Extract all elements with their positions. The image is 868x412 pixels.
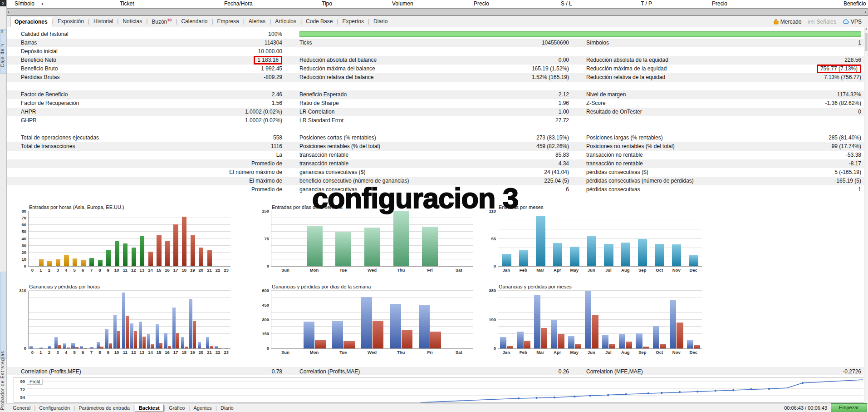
market-label: Mercado [780, 19, 802, 25]
header-col-t-p[interactable]: T / P [641, 0, 652, 7]
stat-value: 99 (17.74%) [714, 142, 861, 151]
bag-icon [774, 19, 779, 25]
tab-backtest[interactable]: Backtest [135, 404, 164, 412]
strategy-tester-caption[interactable]: Probador de Estrategias [0, 333, 6, 410]
elapsed-time: 00:06:43 / 00:06:43 [784, 405, 827, 411]
stat-value: El máximo de [152, 177, 282, 185]
tab-label: Code Base [306, 18, 333, 25]
scroll-right-icon[interactable]: › [864, 9, 866, 15]
tab-configuraci-n[interactable]: Configuración [35, 405, 74, 411]
tab-alertas[interactable]: Alertas [245, 17, 270, 26]
stat-label: Posiciones rentables (% del total) [299, 142, 472, 151]
mt5-strategy-tester-window: x Caja de h Probador de Estrategias Símb… [0, 0, 868, 412]
stat-label: Posiciones cortas (% rentables) [299, 134, 472, 142]
bar-slot [37, 291, 46, 348]
header-col-s-mbolo[interactable]: Símbolo▲ [15, 0, 44, 7]
signals-link[interactable]: ((•)) Señales [808, 19, 836, 25]
gain-bar [332, 321, 343, 348]
sort-asc-icon[interactable]: ▲ [41, 2, 44, 5]
scrollbar-thumb[interactable] [865, 33, 868, 51]
loss-bar [643, 347, 649, 348]
bar-slot [668, 291, 685, 348]
bar-slot [172, 211, 180, 266]
gain-bar [172, 308, 176, 348]
scroll-left-icon[interactable]: ‹ [8, 9, 10, 15]
tab-general[interactable]: General [9, 405, 34, 411]
stat-label: Total de operaciones ejecutadas [21, 134, 152, 142]
tab-diario[interactable]: Diario [369, 17, 392, 26]
profit-y-axis: 907254 [15, 379, 25, 400]
stat-value: 1116 [152, 142, 282, 151]
vertical-scrollbar[interactable]: ▲ [864, 27, 868, 403]
header-col-volumen[interactable]: Volumen [392, 0, 413, 7]
bar-slot [130, 211, 138, 266]
close-icon[interactable]: x [0, 0, 6, 6]
stat-label: transacción rentable [299, 151, 472, 159]
header-col-ticket[interactable]: Ticket [120, 0, 134, 7]
toolbox-caption[interactable]: Caja de h [0, 8, 6, 67]
tab-noticias[interactable]: Noticias [118, 17, 146, 26]
panel-close-icon[interactable]: x [1, 29, 5, 34]
bar-slot [205, 291, 214, 348]
gain-bar [181, 337, 184, 348]
bar-slot [549, 291, 566, 348]
tab-historial[interactable]: Historial [89, 17, 117, 26]
stat-value: 0.00 [460, 56, 569, 65]
tab-empresa[interactable]: Empresa [213, 17, 243, 26]
stat-value: 756.77 (7.13%) [714, 65, 861, 73]
tab-par-metros-de-entrada[interactable]: Parámetros de entrada [75, 405, 133, 411]
chart-plot [271, 291, 473, 349]
loss-bar [575, 344, 581, 348]
tab-buz-n[interactable]: Buzón10 [147, 16, 176, 26]
header-col-precio[interactable]: Precio [712, 0, 727, 7]
bar-slot [37, 211, 46, 266]
header-col-tipo[interactable]: Tipo [322, 0, 332, 7]
tab-gr-fico[interactable]: Gráfico [165, 405, 188, 411]
stat-value: 7.13% (756.77) [714, 73, 861, 82]
tab-calendario[interactable]: Calendario [177, 17, 211, 26]
horizontal-scrollbar[interactable]: ‹ › [6, 9, 868, 16]
vps-link[interactable]: VPS [843, 19, 862, 25]
bars [271, 291, 473, 348]
tab-art-culos[interactable]: Artículos [271, 17, 300, 26]
gain-bar [48, 346, 51, 348]
gain-bar [122, 293, 125, 348]
loss-bar [151, 344, 154, 348]
loss-bar [109, 343, 112, 348]
header-col-beneficio[interactable]: Beneficio [843, 0, 866, 7]
loss-bar [201, 348, 205, 348]
loss-bar [609, 344, 615, 348]
tester-tab-bar: General|Configuración|Parámetros de entr… [6, 403, 868, 412]
gain-bar [636, 333, 642, 348]
bar-slot [104, 211, 113, 266]
tab-code-base[interactable]: Code Base [302, 17, 337, 26]
stat-value: 4.34 [460, 159, 569, 168]
scroll-up-icon[interactable]: ▲ [864, 27, 868, 30]
gain-bar [130, 323, 133, 348]
tab-exposici-n[interactable]: Exposición [54, 17, 88, 26]
chart-entries-by-months: Entradas por meses110550JanFebMarAprMayJ… [483, 204, 704, 276]
bar-slot [88, 211, 96, 266]
bar [56, 259, 60, 266]
stat-value: La [152, 151, 282, 159]
header-col-precio[interactable]: Precio [474, 0, 489, 7]
stats-row: Total de transacciones1116Posiciones ren… [6, 142, 864, 151]
tab-operaciones[interactable]: Operaciones [10, 17, 52, 27]
tab-agentes[interactable]: Agentes [190, 405, 215, 411]
gain-bar [390, 304, 401, 348]
chart-entries-by-days: Entradas por días de la semana150750SunM… [256, 204, 475, 276]
stat-value: 2.46 [152, 90, 282, 99]
gain-bar [670, 300, 676, 348]
stat-value: 0.26 [460, 367, 569, 376]
tab-diario[interactable]: Diario [217, 405, 237, 411]
header-col-s-l[interactable]: S / L [561, 0, 572, 7]
start-button[interactable]: Empezar [831, 403, 867, 412]
market-link[interactable]: Mercado [774, 19, 802, 25]
bar [140, 236, 144, 266]
tab-expertos[interactable]: Expertos [338, 17, 368, 26]
bar [570, 247, 579, 266]
header-col-fecha-hora[interactable]: Fecha/Hora [224, 0, 253, 7]
bar [73, 258, 77, 266]
bar-slot [138, 291, 147, 348]
loss-bar [541, 328, 547, 348]
